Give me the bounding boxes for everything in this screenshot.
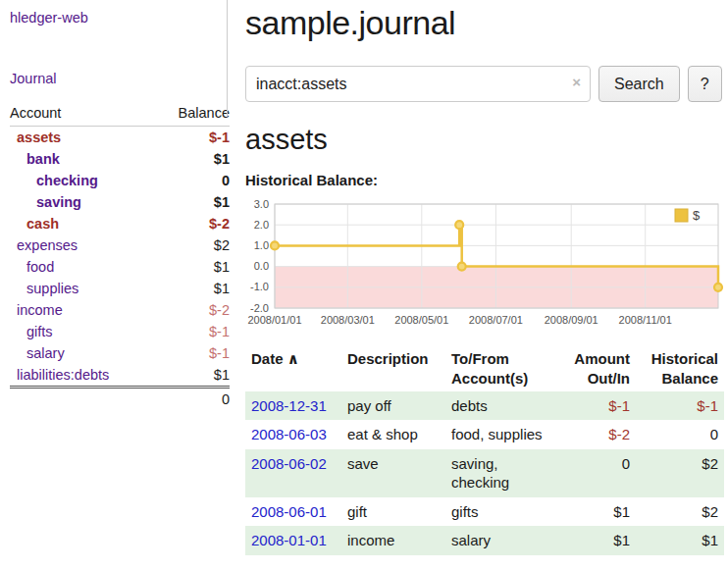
account-link[interactable]: gifts <box>26 324 53 339</box>
amount-header-line2: Out/In <box>567 369 630 389</box>
transaction-date-link[interactable]: 2008-01-01 <box>251 532 327 548</box>
clear-search-icon[interactable]: × <box>572 74 581 90</box>
account-link[interactable]: cash <box>26 216 59 232</box>
svg-text:2008/09/01: 2008/09/01 <box>545 314 598 326</box>
transaction-description: eat & shop <box>341 420 445 449</box>
account-row: cash$-2 <box>10 213 230 234</box>
transaction-accounts: gifts <box>445 497 561 527</box>
app-title-link[interactable]: hledger-web <box>10 10 230 26</box>
account-row: supplies$1 <box>10 278 230 299</box>
account-link[interactable]: saving <box>36 194 81 210</box>
chart-legend: $ <box>675 208 701 223</box>
register-header-balance[interactable]: Historical Balance <box>636 347 724 391</box>
register-row[interactable]: 2008-06-03eat & shopfood, supplies$-20 <box>245 420 724 449</box>
accounts-header-row: Account Balance <box>10 102 230 127</box>
accounts-header-line1: To/From <box>451 349 555 369</box>
svg-text:-2.0: -2.0 <box>250 302 269 314</box>
register-header-amount[interactable]: Amount Out/In <box>561 347 636 391</box>
account-row: salary$-1 <box>10 342 230 364</box>
transaction-date-link[interactable]: 2008-12-31 <box>251 397 327 414</box>
account-balance: 0 <box>155 170 230 191</box>
account-row: food$1 <box>10 256 230 278</box>
accounts-header-line2: Account(s) <box>451 369 555 389</box>
transaction-description: gift <box>341 497 445 527</box>
amount-header-line1: Amount <box>567 349 630 369</box>
main-content: sample.journal × Search ? assets Histori… <box>235 0 728 571</box>
account-row: liabilities:debts$1 <box>10 364 230 388</box>
svg-text:2008/01/01: 2008/01/01 <box>247 314 301 326</box>
svg-text:2008/11/01: 2008/11/01 <box>619 314 672 326</box>
transaction-amount: 0 <box>561 449 636 497</box>
account-balance: $1 <box>155 364 230 388</box>
account-link[interactable]: assets <box>17 130 61 145</box>
transaction-date-link[interactable]: 2008-06-03 <box>251 426 327 442</box>
register-row[interactable]: 2008-06-02savesaving, checking0$2 <box>245 449 724 497</box>
register-header-row: Date ∧ Description To/From Account(s) Am… <box>245 347 724 391</box>
help-button[interactable]: ? <box>688 66 722 102</box>
account-balance: $2 <box>155 234 230 256</box>
account-row: checking0 <box>10 170 230 191</box>
account-balance: $1 <box>155 256 230 278</box>
search-bar: × Search ? <box>245 66 724 102</box>
account-balance: $-2 <box>155 299 230 321</box>
transaction-balance: $2 <box>636 449 724 497</box>
app-root: hledger-web Journal Account Balance asse… <box>0 0 728 571</box>
account-balance: $1 <box>155 278 230 299</box>
account-link[interactable]: food <box>26 259 54 275</box>
svg-text:2.0: 2.0 <box>254 219 269 231</box>
transaction-amount: $-1 <box>561 391 636 421</box>
register-row[interactable]: 2008-06-01giftgifts$1$2 <box>245 497 724 527</box>
account-row: assets$-1 <box>10 127 230 149</box>
account-row: saving$1 <box>10 191 230 213</box>
svg-text:0.0: 0.0 <box>254 260 269 272</box>
account-row: bank$1 <box>10 148 230 170</box>
data-point-marker <box>455 221 463 229</box>
search-button[interactable]: Search <box>598 66 680 102</box>
transaction-description: save <box>341 449 445 497</box>
register-header-accounts[interactable]: To/From Account(s) <box>445 347 561 391</box>
balance-header-line1: Historical <box>642 349 718 369</box>
accounts-total: 0 <box>155 388 230 411</box>
sidebar-item-journal[interactable]: Journal <box>10 71 230 86</box>
account-link[interactable]: bank <box>26 151 60 167</box>
chart-svg: 3.02.01.00.0-1.0-2.02008/01/012008/03/01… <box>245 196 722 334</box>
sidebar: hledger-web Journal Account Balance asse… <box>0 0 235 571</box>
account-link[interactable]: expenses <box>17 237 78 253</box>
register-table: Date ∧ Description To/From Account(s) Am… <box>245 347 724 555</box>
date-header-label: Date <box>251 350 284 367</box>
svg-text:-1.0: -1.0 <box>250 281 269 292</box>
balance-chart: 3.02.01.00.0-1.0-2.02008/01/012008/03/01… <box>245 196 724 337</box>
svg-text:1.0: 1.0 <box>254 239 269 251</box>
transaction-date-link[interactable]: 2008-06-02 <box>251 455 327 472</box>
account-link[interactable]: liabilities:debts <box>17 367 109 383</box>
svg-text:2008/07/01: 2008/07/01 <box>469 314 523 326</box>
account-balance: $-1 <box>155 342 230 364</box>
register-header-description[interactable]: Description <box>341 347 445 391</box>
account-link[interactable]: salary <box>26 345 65 361</box>
data-point-marker <box>271 241 279 249</box>
register-row[interactable]: 2008-12-31pay offdebts$-1$-1 <box>245 391 724 421</box>
search-box: × <box>245 66 591 102</box>
account-balance: $-1 <box>155 321 230 342</box>
account-row: income$-2 <box>10 299 230 321</box>
account-link[interactable]: income <box>17 302 63 318</box>
transaction-amount: $1 <box>561 526 636 555</box>
accounts-total-spacer <box>10 388 155 411</box>
transaction-description: pay off <box>341 391 445 421</box>
account-link[interactable]: checking <box>36 173 98 188</box>
transaction-date-link[interactable]: 2008-06-01 <box>251 503 327 520</box>
account-heading: assets <box>245 124 724 156</box>
legend-label: $ <box>693 208 701 223</box>
register-row[interactable]: 2008-01-01incomesalary$1$1 <box>245 526 724 555</box>
account-link[interactable]: supplies <box>26 281 78 296</box>
account-row: gifts$-1 <box>10 321 230 342</box>
accounts-total-row: 0 <box>10 388 230 411</box>
accounts-table: Account Balance assets$-1bank$1checking0… <box>10 102 230 410</box>
sort-ascending-icon: ∧ <box>287 350 299 367</box>
register-header-date[interactable]: Date ∧ <box>245 347 341 391</box>
svg-text:2008/05/01: 2008/05/01 <box>394 314 448 326</box>
search-input[interactable] <box>245 66 591 102</box>
accounts-header-account: Account <box>10 102 155 127</box>
data-point-marker <box>714 284 722 291</box>
page-title: sample.journal <box>245 4 724 42</box>
